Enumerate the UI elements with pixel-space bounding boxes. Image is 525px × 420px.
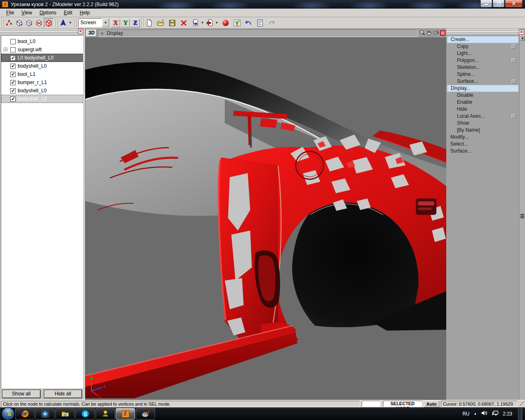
panel-item-spline[interactable]: Spline... (447, 71, 518, 78)
panel-item-light[interactable]: Light... (447, 50, 518, 57)
checkbox-checked[interactable] (10, 64, 16, 69)
taskbar-paint-icon[interactable] (136, 408, 155, 420)
checkbox-unchecked[interactable] (10, 47, 16, 52)
delete-icon[interactable] (179, 18, 189, 28)
import-dropdown-caret[interactable]: ▼ (215, 18, 219, 28)
panel-item-local-axes[interactable]: Local Axes... (447, 113, 518, 120)
maximize-viewport-icon[interactable] (440, 30, 445, 36)
tree-item-bodyshell-l0[interactable]: bodyshell_L0 (1, 62, 83, 70)
tree-item-l0-bodyshell-l0-selected[interactable]: L0 bodyshell_L0 (1, 54, 83, 62)
objects-mode-icon[interactable] (44, 18, 54, 28)
taskbar-zmodeler-icon-active[interactable]: Z (116, 408, 135, 420)
axis-x-button[interactable]: X (111, 18, 120, 27)
panel-item-enable[interactable]: Enable (447, 99, 518, 106)
panel-item-disable[interactable]: Disable (447, 92, 518, 99)
axis-z-button[interactable]: Z (130, 18, 140, 27)
zoom-icon[interactable] (419, 30, 425, 37)
option-checkbox[interactable] (511, 114, 516, 119)
tree-item-boot-l0[interactable]: boot_L0 (1, 37, 83, 46)
tree-item-bodyshell-l0-focused[interactable]: bodyshell_L0 (1, 95, 83, 103)
panel-item-by-name[interactable]: [By Name] (447, 127, 518, 134)
panel-item-hide[interactable]: Hide (447, 106, 518, 113)
export-icon[interactable] (190, 18, 200, 28)
screen-combobox[interactable]: Screen ▼ (78, 18, 109, 27)
material-editor-icon[interactable] (221, 18, 231, 28)
panel-item-create[interactable]: Create... (447, 36, 518, 43)
tray-expand-icon[interactable]: ▲ (474, 412, 477, 415)
viewport-title-bar[interactable]: < Display (98, 30, 418, 37)
edges-mode-icon[interactable] (14, 18, 24, 28)
restore-button[interactable] (493, 0, 504, 7)
orbit-icon[interactable] (433, 30, 439, 37)
panel-item-skeleton[interactable]: Skeleton... (447, 64, 518, 71)
show-all-button[interactable]: Show all (2, 390, 41, 398)
network-icon[interactable] (492, 410, 499, 418)
menu-edit[interactable]: Edit (60, 9, 76, 16)
toolbar-grip[interactable] (141, 18, 144, 27)
window-titlebar[interactable]: Z Урезаем кузов 2 - ZModeler ver 2.2.2 (… (0, 0, 525, 9)
axis-y-button[interactable]: Y (121, 18, 130, 27)
menu-view[interactable]: View (18, 9, 36, 16)
panel-item-surface[interactable]: Surface... (447, 148, 518, 155)
taskbar-media-player-icon[interactable] (35, 408, 55, 420)
vertices-mode-icon[interactable] (5, 18, 14, 28)
menu-help[interactable]: Help (76, 9, 94, 16)
tree-item-bodyshell-l0-2[interactable]: bodyshell_L0 (1, 87, 83, 95)
panel-item-display[interactable]: Display... (447, 85, 518, 92)
strip-grip[interactable] (520, 214, 524, 219)
viewport-mode-button[interactable]: 3D (86, 30, 97, 37)
tree-item-bumper-r-l1[interactable]: bumper_r_L1 (1, 78, 83, 87)
panel-item-polygon[interactable]: Polygon... (447, 57, 518, 64)
back-arrow-icon[interactable]: < (101, 31, 103, 36)
command-panel-header[interactable] (446, 29, 519, 34)
close-button[interactable]: ✕ (505, 0, 523, 7)
checkbox-unchecked[interactable] (10, 39, 16, 44)
hide-all-button[interactable]: Hide all (44, 390, 82, 398)
panel-item-select[interactable]: Select... (447, 141, 518, 148)
taskbar-qip-icon[interactable]: qip (96, 408, 115, 420)
log-icon[interactable] (255, 18, 265, 28)
tree-item-boot-l1[interactable]: boot_L1 (1, 70, 83, 78)
export-dropdown-caret[interactable]: ▼ (200, 18, 205, 28)
toolbar-grip[interactable] (55, 18, 57, 27)
panel-item-show[interactable]: Show (447, 120, 518, 127)
command-panel-close-icon[interactable]: ✕ (519, 30, 524, 35)
save-file-icon[interactable] (167, 18, 177, 28)
panel-item-modify[interactable]: Modify... (447, 134, 518, 141)
combo-dropdown-icon[interactable]: ▼ (102, 18, 109, 27)
locator-dropdown-caret[interactable]: ▼ (68, 18, 73, 28)
taskbar-firefox-icon[interactable] (15, 408, 34, 420)
checkbox-checked[interactable] (10, 72, 16, 77)
tree-item-supergt-wft[interactable]: + supergt.wft (1, 46, 83, 54)
pan-hand-icon[interactable] (426, 30, 432, 37)
toolbar-grip[interactable] (1, 18, 4, 27)
taskbar-skype-icon[interactable]: S (75, 408, 95, 420)
right-scroll-strip[interactable]: ▲ (519, 29, 525, 400)
cone-locator-icon[interactable] (58, 18, 68, 28)
checkbox-checked[interactable] (10, 88, 16, 94)
auto-button[interactable]: Auto (424, 401, 439, 407)
menu-file[interactable]: File (2, 9, 18, 16)
menu-options[interactable]: Options (36, 9, 60, 16)
scroll-up-icon[interactable]: ▲ (520, 35, 525, 41)
toolbar-grip[interactable] (73, 18, 76, 27)
viewport-canvas[interactable]: y z x (85, 38, 446, 400)
option-checkbox[interactable] (511, 58, 516, 63)
panel-close-icon[interactable]: ✕ (78, 29, 83, 34)
checkbox-checked[interactable] (10, 80, 16, 85)
render-icon[interactable]: c (232, 18, 242, 28)
polygons-mode-icon[interactable] (34, 18, 44, 28)
screen-combo-value[interactable]: Screen (78, 18, 102, 27)
show-desktop-button[interactable] (518, 407, 523, 420)
scene-tree-panel-header[interactable]: ✕ (0, 29, 84, 34)
language-indicator[interactable]: RU (462, 411, 469, 417)
import-icon[interactable] (205, 18, 215, 28)
volume-icon[interactable] (481, 410, 488, 417)
resize-grip[interactable] (520, 402, 525, 406)
undo-icon[interactable] (244, 18, 253, 28)
option-checkbox[interactable] (511, 44, 516, 49)
expander-plus-icon[interactable]: + (4, 48, 7, 51)
taskbar-clock[interactable]: 2:23 (503, 411, 512, 417)
new-file-icon[interactable] (144, 18, 154, 28)
minimize-button[interactable] (480, 0, 492, 7)
